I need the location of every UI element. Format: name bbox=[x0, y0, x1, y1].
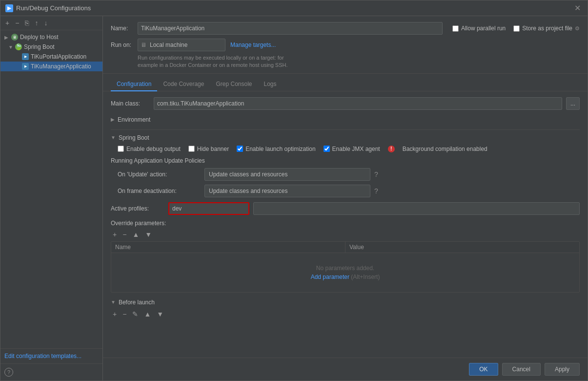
tree-arrow-manager bbox=[15, 64, 20, 69]
override-parameters-section: Override parameters: + − ▲ ▼ Name Value bbox=[111, 220, 580, 293]
run-hint-line1: Run configurations may be executed local… bbox=[138, 55, 284, 61]
tab-configuration[interactable]: Configuration bbox=[111, 78, 157, 91]
active-profiles-rest[interactable] bbox=[253, 202, 580, 215]
override-parameters-title: Override parameters: bbox=[111, 220, 580, 227]
allow-parallel-run-label: Allow parallel run bbox=[461, 25, 506, 32]
sidebar-item-label-spring: Spring Boot bbox=[24, 43, 55, 50]
update-policies-title: Running Application Update Policies bbox=[111, 157, 580, 164]
run-debug-dialog: ▶ Run/Debug Configurations ✕ + − ⎘ ↑ ↓ ▶… bbox=[0, 0, 588, 381]
on-frame-deactivation-select[interactable]: Update classes and resources Hot swap cl… bbox=[204, 185, 370, 197]
close-button[interactable]: ✕ bbox=[572, 3, 583, 13]
sidebar-item-tiku-manager[interactable]: ▶ TiKuManagerApplicatio bbox=[0, 62, 102, 71]
apply-button[interactable]: Apply bbox=[545, 363, 580, 376]
add-parameter-link[interactable]: Add parameter bbox=[311, 274, 349, 280]
sidebar-item-label-portal: TiKuPortalApplication bbox=[31, 53, 86, 60]
cancel-button[interactable]: Cancel bbox=[502, 363, 541, 376]
spring-icon: 🍃 bbox=[15, 43, 22, 50]
override-add-button[interactable]: + bbox=[111, 230, 119, 239]
add-config-button[interactable]: + bbox=[3, 18, 11, 28]
store-as-project-file-row: Store as project file ⚙ bbox=[513, 25, 580, 32]
copy-config-button[interactable]: ⎘ bbox=[23, 18, 31, 28]
override-move-up-button[interactable]: ▲ bbox=[130, 230, 141, 239]
name-row: Name: Allow parallel run Store as projec… bbox=[111, 22, 580, 35]
spring-arrow-icon: ▼ bbox=[111, 135, 116, 140]
manage-targets-link[interactable]: Manage targets... bbox=[230, 42, 276, 48]
before-launch-edit-button[interactable]: ✎ bbox=[130, 309, 140, 319]
hide-banner-option: Hide banner bbox=[188, 146, 229, 152]
no-params-text: No parameters added. bbox=[316, 265, 374, 272]
sidebar-bottom: ? bbox=[0, 363, 102, 381]
override-move-down-button[interactable]: ▼ bbox=[143, 230, 154, 239]
col-value-header: Value bbox=[345, 242, 579, 253]
on-frame-deactivation-row: On frame deactivation: Update classes an… bbox=[111, 185, 580, 197]
before-launch-section: ▼ Before launch + − ✎ ▲ ▼ bbox=[111, 297, 580, 319]
before-launch-move-down-button[interactable]: ▼ bbox=[155, 309, 165, 319]
remove-config-button[interactable]: − bbox=[13, 18, 21, 28]
override-table: Name Value No parameters added. Add para… bbox=[111, 241, 580, 293]
sidebar-item-deploy-to-host[interactable]: ▶ 🖥 Deploy to Host bbox=[0, 32, 102, 42]
on-update-select-wrapper[interactable]: Update classes and resources Hot swap cl… bbox=[204, 168, 370, 181]
enable-jmx-agent-label: Enable JMX agent bbox=[332, 146, 380, 152]
sidebar-item-tiku-portal[interactable]: ▶ TiKuPortalApplication bbox=[0, 52, 102, 62]
allow-parallel-run-checkbox[interactable] bbox=[452, 25, 459, 32]
main-class-browse-button[interactable]: ... bbox=[566, 97, 580, 110]
tree-arrow-spring: ▼ bbox=[8, 44, 13, 50]
active-profiles-section: Active profiles: bbox=[111, 202, 580, 215]
title-bar-left: ▶ Run/Debug Configurations bbox=[5, 4, 91, 12]
help-button[interactable]: ? bbox=[4, 368, 13, 377]
active-profiles-label: Active profiles: bbox=[111, 205, 164, 212]
store-as-project-file-checkbox[interactable] bbox=[513, 25, 520, 32]
spring-boot-header[interactable]: ▼ Spring Boot bbox=[111, 133, 580, 143]
config-header: Name: Allow parallel run Store as projec… bbox=[103, 16, 588, 74]
on-frame-deactivation-select-wrapper[interactable]: Update classes and resources Hot swap cl… bbox=[204, 185, 370, 197]
run-on-select[interactable]: Local machine bbox=[138, 39, 225, 51]
environment-label: Environment bbox=[118, 116, 150, 123]
run-on-row: Run on: 🖥 Local machine Manage targets..… bbox=[111, 39, 580, 51]
title-bar: ▶ Run/Debug Configurations ✕ bbox=[0, 0, 588, 16]
before-launch-move-up-button[interactable]: ▲ bbox=[142, 309, 153, 319]
hide-banner-checkbox[interactable] bbox=[188, 146, 195, 152]
override-table-header: Name Value bbox=[111, 242, 579, 253]
enable-jmx-agent-checkbox[interactable] bbox=[324, 146, 330, 152]
sidebar: + − ⎘ ↑ ↓ ▶ 🖥 Deploy to Host ▼ 🍃 Spring … bbox=[0, 16, 103, 381]
allow-parallel-run-checkbox-row: Allow parallel run bbox=[452, 25, 506, 32]
before-launch-remove-button[interactable]: − bbox=[121, 309, 128, 319]
spring-boot-label: Spring Boot bbox=[119, 134, 149, 141]
override-remove-button[interactable]: − bbox=[121, 230, 128, 239]
move-up-button[interactable]: ↑ bbox=[33, 18, 40, 28]
sidebar-item-spring-boot[interactable]: ▼ 🍃 Spring Boot bbox=[0, 42, 102, 52]
edit-templates-link[interactable]: Edit configuration templates... bbox=[0, 348, 102, 363]
tab-grep-console[interactable]: Grep Console bbox=[210, 78, 258, 91]
name-input[interactable] bbox=[138, 22, 443, 35]
move-down-button[interactable]: ↓ bbox=[42, 18, 49, 28]
on-frame-deactivation-help-icon[interactable]: ? bbox=[374, 187, 378, 195]
enable-debug-output-option: Enable debug output bbox=[118, 146, 181, 152]
main-content: + − ⎘ ↑ ↓ ▶ 🖥 Deploy to Host ▼ 🍃 Spring … bbox=[0, 16, 588, 381]
ok-button[interactable]: OK bbox=[469, 363, 498, 376]
tab-logs[interactable]: Logs bbox=[258, 78, 283, 91]
on-update-select[interactable]: Update classes and resources Hot swap cl… bbox=[204, 168, 370, 181]
before-launch-header[interactable]: ▼ Before launch bbox=[111, 297, 580, 307]
run-hint: Run configurations may be executed local… bbox=[138, 54, 580, 69]
tab-code-coverage[interactable]: Code Coverage bbox=[157, 78, 210, 91]
enable-launch-optimization-checkbox[interactable] bbox=[237, 146, 243, 152]
before-launch-add-button[interactable]: + bbox=[111, 309, 119, 319]
tabs-bar: Configuration Code Coverage Grep Console… bbox=[103, 78, 588, 91]
run-hint-line2: example in a Docker Container or on a re… bbox=[138, 62, 288, 68]
sidebar-item-label-manager: TiKuManagerApplicatio bbox=[31, 63, 91, 70]
enable-debug-output-checkbox[interactable] bbox=[118, 146, 124, 152]
run-on-select-wrapper[interactable]: 🖥 Local machine bbox=[138, 39, 225, 51]
on-update-help-icon[interactable]: ? bbox=[374, 170, 378, 178]
on-update-row: On 'Update' action: Update classes and r… bbox=[111, 168, 580, 181]
dialog-icon: ▶ bbox=[5, 4, 13, 12]
main-class-row: Main class: ... bbox=[111, 97, 580, 110]
main-class-input[interactable] bbox=[154, 97, 562, 110]
enable-jmx-agent-option: Enable JMX agent bbox=[324, 146, 380, 152]
environment-header[interactable]: ▶ Environment bbox=[111, 115, 580, 125]
sidebar-item-label: Deploy to Host bbox=[20, 34, 59, 41]
enable-launch-optimization-label: Enable launch optimization bbox=[245, 146, 315, 152]
active-profiles-input[interactable] bbox=[168, 202, 249, 215]
bottom-bar: OK Cancel Apply bbox=[103, 358, 588, 381]
header-right: Allow parallel run Store as project file… bbox=[452, 25, 580, 32]
background-compilation-label: Background compilation enabled bbox=[403, 146, 487, 152]
